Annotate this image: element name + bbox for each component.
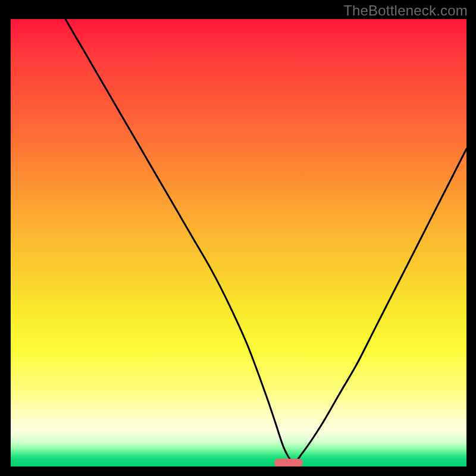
- minimum-marker: [274, 459, 303, 466]
- plot-area: [11, 19, 466, 466]
- chart-frame: TheBottleneck.com: [0, 0, 476, 476]
- curve-path: [65, 19, 466, 462]
- bottleneck-curve: [11, 19, 466, 466]
- watermark-text: TheBottleneck.com: [343, 2, 468, 19]
